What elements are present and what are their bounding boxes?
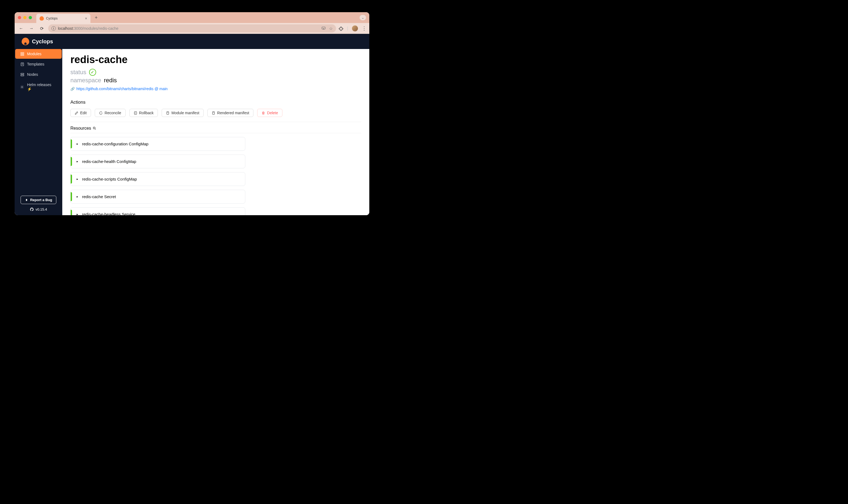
minimize-window-button[interactable] xyxy=(23,16,26,19)
button-label: Reconcile xyxy=(105,111,121,115)
resource-name: redis-cache-configuration ConfigMap xyxy=(82,142,148,146)
version-link[interactable]: v0.15.4 xyxy=(30,207,47,211)
chevron-right-icon: ▸ xyxy=(77,160,78,163)
helm-icon xyxy=(20,85,24,89)
resource-item[interactable]: ▸ redis-cache-scripts ConfigMap xyxy=(70,172,245,186)
resource-status-bar xyxy=(71,175,72,183)
forward-button[interactable]: → xyxy=(28,25,35,32)
edit-icon xyxy=(75,111,78,115)
resource-status-bar xyxy=(71,139,72,148)
svg-line-17 xyxy=(95,129,96,129)
bug-icon xyxy=(25,198,29,202)
namespace-row: namespace redis xyxy=(70,77,361,84)
resource-name: redis-cache-health ConfigMap xyxy=(82,159,136,164)
rendered-manifest-button[interactable]: Rendered manifest xyxy=(208,109,253,117)
resource-item[interactable]: ▸ redis-cache Secret xyxy=(70,190,245,203)
sidebar-item-label: Modules xyxy=(27,52,41,56)
url-host: localhost: xyxy=(58,26,74,31)
svg-rect-14 xyxy=(213,111,215,114)
reconcile-button[interactable]: Reconcile xyxy=(95,109,125,117)
chevron-right-icon: ▸ xyxy=(77,195,78,198)
svg-rect-12 xyxy=(167,111,169,114)
resource-status-bar xyxy=(71,210,72,215)
svg-rect-11 xyxy=(134,111,137,114)
github-icon xyxy=(30,207,34,211)
search-icon[interactable] xyxy=(93,126,96,130)
templates-icon xyxy=(20,62,24,66)
sidebar: Modules Templates Nodes xyxy=(15,49,62,215)
chevron-right-icon: ▸ xyxy=(77,142,78,146)
sidebar-item-helm-releases[interactable]: Helm releases ⚡ xyxy=(15,80,62,94)
manifest-icon xyxy=(166,111,169,115)
svg-rect-3 xyxy=(21,54,22,55)
button-label: Edit xyxy=(80,111,87,115)
edit-button[interactable]: Edit xyxy=(70,109,91,117)
bug-button-label: Report a Bug xyxy=(30,198,52,202)
module-title: redis-cache xyxy=(70,54,361,66)
browser-toolbar: ← → ⟳ i localhost:3000/modules/redis-cac… xyxy=(15,23,369,34)
app-logo-icon xyxy=(22,38,29,45)
button-label: Module manifest xyxy=(172,111,199,115)
rollback-button[interactable]: Rollback xyxy=(129,109,158,117)
browser-tab-bar: Cyclops × + ⌄ xyxy=(15,12,369,23)
extensions-icon[interactable] xyxy=(339,26,343,31)
resource-status-bar xyxy=(71,192,72,201)
sidebar-item-label: Templates xyxy=(27,62,44,66)
app-header: Cyclops xyxy=(15,34,369,49)
rendered-icon xyxy=(212,111,215,115)
svg-rect-9 xyxy=(21,75,23,76)
close-tab-button[interactable]: × xyxy=(85,16,87,21)
module-manifest-button[interactable]: Module manifest xyxy=(162,109,204,117)
site-info-icon[interactable]: i xyxy=(51,26,56,31)
tab-title: Cyclops xyxy=(46,17,58,20)
svg-rect-2 xyxy=(22,52,23,53)
close-window-button[interactable] xyxy=(18,16,21,19)
tab-overflow-button[interactable]: ⌄ xyxy=(360,15,366,20)
chevron-right-icon: ▸ xyxy=(77,177,78,181)
resources-heading-text: Resources xyxy=(70,126,91,131)
status-ok-icon: ✓ xyxy=(89,69,96,76)
app-root: Cyclops Modules Templates xyxy=(15,34,369,215)
main-content: redis-cache status ✓ namespace redis 🔗 h… xyxy=(62,49,369,215)
resources-heading: Resources xyxy=(70,126,361,133)
reconcile-icon xyxy=(99,111,103,115)
status-row: status ✓ xyxy=(70,69,361,76)
url-path: 3000/modules/redis-cache xyxy=(74,26,118,31)
resource-item[interactable]: ▸ redis-cache-health ConfigMap xyxy=(70,155,245,168)
svg-point-10 xyxy=(22,86,23,87)
resource-status-bar xyxy=(71,157,72,166)
delete-icon xyxy=(261,111,265,115)
button-label: Rendered manifest xyxy=(217,111,249,115)
browser-window: Cyclops × + ⌄ ← → ⟳ i localhost:3000/mod… xyxy=(15,12,369,215)
report-bug-button[interactable]: Report a Bug xyxy=(21,196,56,204)
status-label: status xyxy=(70,69,86,76)
resource-name: redis-cache Secret xyxy=(82,194,116,199)
actions-row: Edit Reconcile Rollback xyxy=(70,109,361,122)
new-tab-button[interactable]: + xyxy=(93,14,100,22)
modules-icon xyxy=(20,52,24,56)
delete-button[interactable]: Delete xyxy=(257,109,282,117)
actions-heading: Actions xyxy=(70,100,361,105)
button-label: Delete xyxy=(267,111,278,115)
profile-avatar[interactable] xyxy=(352,25,358,31)
svg-rect-4 xyxy=(22,54,23,55)
sidebar-item-templates[interactable]: Templates xyxy=(15,59,62,69)
browser-menu-button[interactable]: ⋮ xyxy=(362,25,366,31)
maximize-window-button[interactable] xyxy=(29,16,32,19)
resource-name: redis-cache-scripts ConfigMap xyxy=(82,177,137,181)
bookmark-icon[interactable]: ☆ xyxy=(329,26,333,31)
resource-name: redis-cache-headless Service xyxy=(82,212,136,215)
resource-item[interactable]: ▸ redis-cache-headless Service xyxy=(70,207,245,215)
source-link[interactable]: 🔗 https://github.com/bitnami/charts/bitn… xyxy=(70,87,361,91)
app-name: Cyclops xyxy=(32,38,53,45)
address-bar[interactable]: i localhost:3000/modules/redis-cache ☆ xyxy=(48,24,336,33)
resource-item[interactable]: ▸ redis-cache-configuration ConfigMap xyxy=(70,137,245,151)
browser-tab[interactable]: Cyclops × xyxy=(36,14,90,23)
install-app-icon[interactable] xyxy=(321,26,326,31)
sidebar-item-modules[interactable]: Modules xyxy=(15,49,62,59)
back-button[interactable]: ← xyxy=(17,25,25,32)
traffic-lights xyxy=(18,16,32,19)
sidebar-item-nodes[interactable]: Nodes xyxy=(15,70,62,79)
sidebar-item-label: Helm releases ⚡ xyxy=(27,83,57,91)
reload-button[interactable]: ⟳ xyxy=(38,25,46,32)
